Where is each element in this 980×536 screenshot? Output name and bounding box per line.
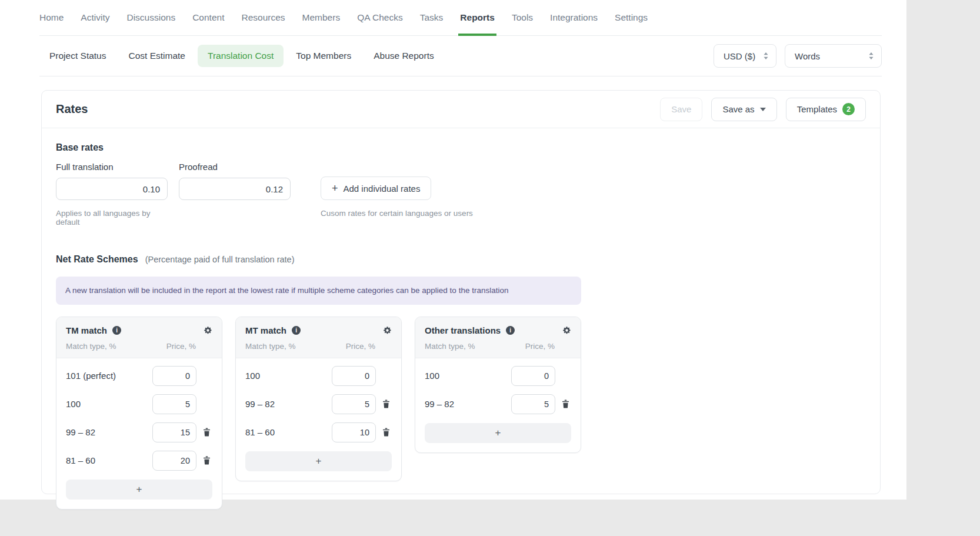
trash-icon[interactable] xyxy=(380,399,392,408)
match-type-column-header: Match type, % xyxy=(425,342,475,351)
top-nav-item[interactable]: Members xyxy=(302,0,341,35)
base-rates-title: Base rates xyxy=(56,142,866,153)
tm-match-rows: 101 (perfect) 100 xyxy=(56,358,222,475)
match-type-label: 81 – 60 xyxy=(66,455,95,465)
price-input[interactable] xyxy=(152,394,196,414)
info-icon[interactable]: i xyxy=(292,326,301,335)
save-as-button[interactable]: Save as xyxy=(711,98,776,121)
trash-icon[interactable] xyxy=(380,428,392,437)
gear-icon[interactable] xyxy=(204,326,212,335)
report-tab[interactable]: Project Status xyxy=(39,45,116,67)
net-rate-schemes-section: Net Rate Schemes (Percentage paid of ful… xyxy=(56,254,866,510)
mt-match-card: MT match i Match type, % Price, % xyxy=(235,317,402,481)
proofread-input[interactable] xyxy=(179,178,291,200)
rates-card-body: Base rates Full translation Applies to a… xyxy=(42,128,880,524)
add-rate-row-button[interactable]: + xyxy=(66,480,212,500)
templates-label: Templates xyxy=(797,104,837,114)
rates-actions: Save Save as Templates 2 xyxy=(660,98,866,121)
save-as-label: Save as xyxy=(722,104,754,114)
price-input[interactable] xyxy=(152,451,196,471)
trash-icon[interactable] xyxy=(201,428,212,437)
unit-select[interactable]: Words xyxy=(785,44,882,68)
plus-icon: + xyxy=(332,183,338,194)
price-input[interactable] xyxy=(511,394,555,414)
add-rate-row-button[interactable]: + xyxy=(425,423,571,443)
other-translations-rows: 100 99 – 82 xyxy=(415,358,581,418)
rate-row: 100 xyxy=(66,390,212,418)
other-translations-title: Other translations xyxy=(425,325,501,335)
top-nav-item[interactable]: Content xyxy=(192,0,224,35)
add-rate-row-button[interactable]: + xyxy=(245,451,392,471)
add-individual-rates-button[interactable]: + Add individual rates xyxy=(321,177,431,200)
full-translation-hint: Applies to all languages by default xyxy=(56,209,168,227)
full-translation-input[interactable] xyxy=(56,178,168,200)
top-nav-item[interactable]: Home xyxy=(39,0,64,35)
currency-select-value: USD ($) xyxy=(724,51,755,61)
other-translations-header: Other translations i Match type, % Price… xyxy=(415,317,581,358)
mt-match-rows: 100 99 – 82 xyxy=(236,358,401,447)
price-column-header: Price, % xyxy=(346,342,392,351)
price-input[interactable] xyxy=(332,394,376,414)
tm-match-header: TM match i Match type, % Price, % xyxy=(56,317,222,358)
trash-icon[interactable] xyxy=(559,399,571,408)
sort-arrows-icon xyxy=(868,52,874,60)
gear-icon[interactable] xyxy=(562,326,571,335)
save-button[interactable]: Save xyxy=(660,98,702,121)
top-nav-item[interactable]: QA Checks xyxy=(357,0,403,35)
price-input[interactable] xyxy=(332,366,376,386)
price-input[interactable] xyxy=(152,366,196,386)
price-input[interactable] xyxy=(332,422,376,442)
base-rates-row: Full translation Applies to all language… xyxy=(56,162,866,227)
report-tab[interactable]: Top Members xyxy=(286,45,361,67)
rate-row: 99 – 82 xyxy=(425,390,571,418)
currency-select[interactable]: USD ($) xyxy=(714,44,776,68)
chevron-down-icon xyxy=(760,108,766,111)
net-rate-schemes-subtitle: (Percentage paid of full translation rat… xyxy=(145,255,295,264)
top-nav-item[interactable]: Tools xyxy=(512,0,533,35)
mt-match-title: MT match xyxy=(245,325,286,335)
match-type-label: 100 xyxy=(425,371,439,381)
scheme-cards-row: TM match i Match type, % Price, % xyxy=(56,317,866,510)
match-type-label: 99 – 82 xyxy=(425,399,454,409)
report-tab[interactable]: Abuse Reports xyxy=(364,45,444,67)
top-nav-item[interactable]: Resources xyxy=(241,0,285,35)
reports-subnav: Project Status Cost Estimate Translation… xyxy=(39,36,882,76)
match-type-label: 81 – 60 xyxy=(245,427,275,437)
info-icon[interactable]: i xyxy=(506,326,515,335)
trash-icon[interactable] xyxy=(201,456,212,465)
top-nav-item[interactable]: Integrations xyxy=(550,0,598,35)
top-nav-item[interactable]: Settings xyxy=(615,0,648,35)
add-individual-rates-label: Add individual rates xyxy=(344,184,421,194)
sort-arrows-icon xyxy=(763,52,769,60)
full-translation-field: Full translation Applies to all language… xyxy=(56,162,168,227)
match-type-column-header: Match type, % xyxy=(66,342,116,351)
top-nav-item[interactable]: Reports xyxy=(460,0,495,35)
net-rate-schemes-title: Net Rate Schemes xyxy=(56,254,138,265)
rates-card: Rates Save Save as Templates 2 Base rate… xyxy=(41,90,881,494)
rate-row: 99 – 82 xyxy=(66,418,212,447)
full-translation-label: Full translation xyxy=(56,162,168,172)
top-navigation: Home Activity Discussions Content Resour… xyxy=(39,0,882,36)
gear-icon[interactable] xyxy=(383,326,392,335)
rates-card-header: Rates Save Save as Templates 2 xyxy=(42,91,880,128)
report-tab[interactable]: Translation Cost xyxy=(198,45,284,67)
other-translations-card: Other translations i Match type, % Price… xyxy=(415,317,581,453)
match-type-label: 100 xyxy=(66,399,81,409)
price-input[interactable] xyxy=(152,422,196,442)
top-nav-item[interactable]: Tasks xyxy=(420,0,444,35)
mt-match-header: MT match i Match type, % Price, % xyxy=(236,317,401,358)
info-icon[interactable]: i xyxy=(112,326,121,335)
net-rate-schemes-heading: Net Rate Schemes (Percentage paid of ful… xyxy=(56,254,866,265)
report-tab[interactable]: Cost Estimate xyxy=(119,45,195,67)
price-column-header: Price, % xyxy=(166,342,212,351)
price-column-header: Price, % xyxy=(525,342,571,351)
top-nav-item[interactable]: Discussions xyxy=(126,0,175,35)
report-filters: USD ($) Words xyxy=(714,44,882,68)
top-nav-item[interactable]: Activity xyxy=(81,0,109,35)
proofread-field: Proofread xyxy=(179,162,291,200)
tm-match-title: TM match xyxy=(66,325,107,335)
price-input[interactable] xyxy=(511,366,555,386)
match-type-label: 99 – 82 xyxy=(245,399,275,409)
templates-button[interactable]: Templates 2 xyxy=(786,98,866,121)
unit-select-value: Words xyxy=(795,51,820,61)
